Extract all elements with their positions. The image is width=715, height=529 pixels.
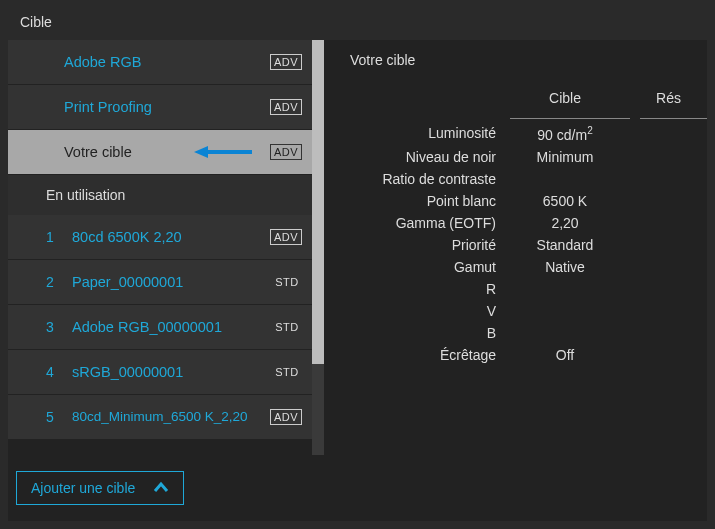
panel-title: Cible (8, 6, 707, 40)
row-label: R (350, 281, 500, 297)
scrollbar[interactable] (312, 40, 324, 455)
item-label: 80cd 6500K 2,20 (72, 229, 270, 245)
row-value: Off (500, 347, 630, 363)
preset-adobe-rgb[interactable]: Adobe RGB ADV (8, 40, 312, 84)
list-item[interactable]: 3 Adobe RGB_00000001 STD (8, 305, 312, 349)
list-item[interactable]: 5 80cd_Minimum_6500 K_2,20 ADV (8, 395, 312, 439)
detail-title: Votre cible (350, 52, 707, 68)
col-header-cible: Cible (500, 90, 630, 112)
row-label: Priorité (350, 237, 500, 253)
list-item[interactable]: 4 sRGB_00000001 STD (8, 350, 312, 394)
row-label: B (350, 325, 500, 341)
list-item[interactable]: 1 80cd 6500K 2,20 ADV (8, 215, 312, 259)
item-label: sRGB_00000001 (72, 364, 272, 380)
target-list: Adobe RGB ADV Print Proofing ADV Votre c… (8, 40, 312, 455)
scrollbar-thumb[interactable] (312, 40, 324, 364)
item-number: 2 (8, 274, 72, 290)
mode-badge: ADV (270, 144, 302, 160)
row-label: Point blanc (350, 193, 500, 209)
item-number: 1 (8, 229, 72, 245)
row-value (500, 303, 630, 319)
preset-label: Print Proofing (64, 99, 270, 115)
item-number: 4 (8, 364, 72, 380)
list-item[interactable]: 2 Paper_00000001 STD (8, 260, 312, 304)
row-value (500, 171, 630, 187)
detail-table: Cible Rés Luminosité 90 cd/m2 Niveau de … (350, 90, 707, 363)
preset-label: Votre cible (64, 144, 270, 160)
row-label: Niveau de noir (350, 149, 500, 165)
row-value: Native (500, 259, 630, 275)
preset-votre-cible[interactable]: Votre cible ADV (8, 130, 312, 174)
chevron-up-icon (153, 480, 169, 496)
mode-badge: STD (272, 366, 302, 378)
in-use-header: En utilisation (8, 175, 312, 215)
col-header-res: Rés (630, 90, 707, 112)
row-label: V (350, 303, 500, 319)
row-value: Standard (500, 237, 630, 253)
row-label: Ratio de contraste (350, 171, 500, 187)
row-label: Gamut (350, 259, 500, 275)
mode-badge: ADV (270, 229, 302, 245)
mode-badge: ADV (270, 409, 302, 425)
item-number: 5 (8, 409, 72, 425)
row-value: 90 cd/m2 (500, 125, 630, 143)
mode-badge: STD (272, 321, 302, 333)
row-label: Gamma (EOTF) (350, 215, 500, 231)
add-target-button[interactable]: Ajouter une cible (16, 471, 184, 505)
mode-badge: STD (272, 276, 302, 288)
mode-badge: ADV (270, 54, 302, 70)
preset-label: Adobe RGB (64, 54, 270, 70)
row-value: 2,20 (500, 215, 630, 231)
item-label: 80cd_Minimum_6500 K_2,20 (72, 409, 270, 426)
item-number: 3 (8, 319, 72, 335)
row-value (500, 281, 630, 297)
item-label: Paper_00000001 (72, 274, 272, 290)
row-value (500, 325, 630, 341)
row-value: Minimum (500, 149, 630, 165)
row-label: Écrêtage (350, 347, 500, 363)
item-label: Adobe RGB_00000001 (72, 319, 272, 335)
preset-print-proofing[interactable]: Print Proofing ADV (8, 85, 312, 129)
mode-badge: ADV (270, 99, 302, 115)
row-label: Luminosité (350, 125, 500, 143)
add-target-label: Ajouter une cible (31, 480, 135, 496)
row-value: 6500 K (500, 193, 630, 209)
